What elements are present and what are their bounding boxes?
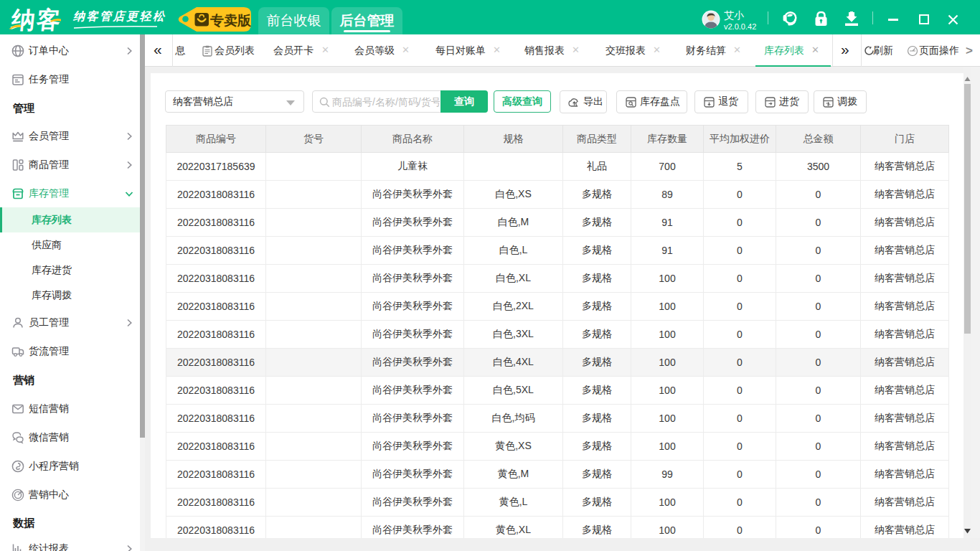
svg-text:专卖版: 专卖版 [209,13,252,28]
